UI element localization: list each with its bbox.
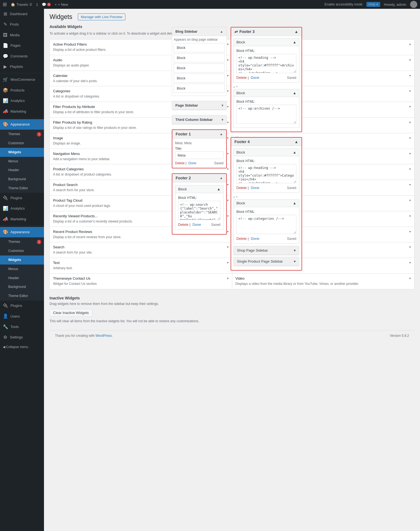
submenu-theme-editor1[interactable]: Theme Editor [0,184,44,193]
footer3-title: Footer 3 [239,29,294,34]
appearance-submenu: Themes 1 Customize Widgets Menus Header … [0,130,44,193]
sidebar-item-marketing2[interactable]: 📣 Marketing [0,214,44,224]
submenu-menus2[interactable]: Menus [0,265,44,274]
blog-sidebar-toggle[interactable]: ▲ [220,30,223,34]
sidebar-item-analytics1[interactable]: 📊 Analytics [0,96,44,106]
third-column-toggle[interactable]: ▾ [222,118,223,122]
submenu-background2[interactable]: Background [0,282,44,291]
page-sidebar-toggle[interactable]: ▾ [222,104,223,107]
footer3-done1[interactable]: Done [251,76,259,80]
expand-icon[interactable]: ▾ [409,277,411,280]
submenu-themes1[interactable]: Themes 1 [0,130,44,139]
footer1-done[interactable]: Done [188,161,196,165]
footer2-done[interactable]: Done [192,223,201,227]
footer3-block2-toggle[interactable]: ▲ [293,91,296,95]
manage-live-preview-button[interactable]: Manage with Live Preview [78,13,125,20]
submenu-widgets2[interactable]: Widgets [0,255,44,265]
accessibility-link[interactable]: Enable accessibility mode [325,2,363,6]
footer4-toggle[interactable]: ▲ [294,140,298,144]
third-column-sidebar-area: Third Column Sidebar ▾ [172,115,227,124]
pages-icon: 📄 [3,43,8,49]
footer4-html2-input[interactable] [236,215,296,234]
help-button[interactable]: Help ▾ [366,2,380,7]
footer1-toggle[interactable]: ▲ [220,132,223,136]
wp-logo-icon[interactable]: ⊞ [3,1,7,7]
blog-block-5: Block [174,84,225,93]
submenu-header1[interactable]: Header [0,166,44,175]
footer-thank-you: Thank you for creating with [55,334,95,338]
settings-icon: ⚙ [3,334,8,340]
site-name-link[interactable]: 🏠 Travels ☰ [11,2,32,7]
footer4-delete2[interactable]: Delete [236,237,247,241]
footer3-delete1[interactable]: Delete [236,76,247,80]
blog-sidebar-area: Blog Sidebar ▲ Appears on blog page side… [172,27,227,96]
footer1-delete[interactable]: Delete [175,161,185,165]
sidebar-item-plugins2[interactable]: 🔌 Plugins [0,301,44,311]
footer3-block1-toggle[interactable]: ▲ [293,40,296,44]
sidebar-item-products[interactable]: 📦 Products [0,85,44,96]
submenu-customize1[interactable]: Customize [0,139,44,148]
submenu-widgets1[interactable]: Widgets [0,148,44,157]
single-product-toggle[interactable]: ▾ [294,259,296,263]
sidebar-item-analytics2[interactable]: 📊 Analytics [0,203,44,214]
footer2-block-toggle[interactable]: ▲ [217,187,220,191]
sidebar-item-comments[interactable]: 💬 Comments [0,51,44,62]
sidebar-item-posts[interactable]: ✎ Posts [0,19,44,30]
footer3-toggle[interactable]: ▲ [294,29,298,34]
sidebar-item-users[interactable]: 👤 Users [0,311,44,321]
footer3-drag-handle[interactable]: ▴▾ [233,84,299,89]
footer2-saved: Saved [211,223,220,227]
submenu-themes2[interactable]: Themes 1 [0,237,44,246]
footer3-block2-label: Block [236,91,245,95]
sidebar-item-playlists[interactable]: ▶ Playlists [0,62,44,72]
footer4-delete1[interactable]: Delete [236,186,247,190]
shop-sidebar-toggle[interactable]: ▾ [294,248,296,252]
sidebar-item-media[interactable]: 🖼 Media [0,30,44,40]
media-icon: 🖼 [3,32,8,38]
sidebar-item-tools[interactable]: 🔧 Tools [0,322,44,332]
footer4-saved1: Saved [287,186,296,190]
clear-inactive-button[interactable]: Clear Inactive Widgets [49,309,92,316]
user-avatar[interactable] [410,1,417,8]
submenu-menus1[interactable]: Menus [0,157,44,166]
sidebar-item-woocommerce[interactable]: 🛒 WooCommerce [0,74,44,85]
sidebar-item-settings[interactable]: ⚙ Settings [0,332,44,343]
footer1-title-input[interactable] [175,151,223,159]
footer4-block1-toggle[interactable]: ▲ [293,150,296,154]
sidebar-item-marketing1[interactable]: 📣 Marketing [0,106,44,117]
expand-icon[interactable]: ▾ [227,277,229,280]
footer4-block2-toggle[interactable]: ▲ [293,201,296,205]
footer3-html1-input[interactable] [236,54,296,73]
sidebar-item-plugins1[interactable]: 🔌 Plugins [0,193,44,203]
submenu-theme-editor2[interactable]: Theme Editor [0,291,44,301]
submenu-customize2[interactable]: Customize [0,246,44,255]
submenu-header2[interactable]: Header [0,274,44,283]
sidebar-item-dashboard[interactable]: ⊞ Dashboard [0,9,44,19]
footer4-done1[interactable]: Done [251,186,259,190]
shop-sidebar-area: Shop Page Sidebar ▾ [233,246,299,255]
footer4-drag-handle[interactable]: ▴▾ [233,194,299,199]
widget-themeseye-contact[interactable]: Themeseye Contact Us ▾ Widget for Contac… [50,274,232,289]
inactive-widgets-desc: Drag widgets here to remove them from th… [49,302,415,306]
footer4-block2: Block ▲ Block HTML: Delete [233,199,299,244]
footer4-html1-input[interactable] [236,164,296,183]
sidebar-item-pages[interactable]: 📄 Pages [0,40,44,51]
footer1-area: Footer 1 ▲ Meta: Meta Title: [172,129,227,168]
new-content-link[interactable]: + + New [55,2,68,7]
sidebar-item-appearance1[interactable]: 🎨 Appearance Themes 1 Customize Widgets … [0,119,44,193]
inactive-widgets-section: Inactive Widgets Drag widgets here to re… [49,296,415,324]
footer3-html2-input[interactable] [236,105,296,124]
footer2-html-input[interactable] [178,201,220,220]
comments-link[interactable]: 💬 0 [42,2,51,7]
footer4-done2[interactable]: Done [251,237,259,241]
widget-video[interactable]: Video ▾ Displays a video from the media … [232,274,415,289]
inactive-widgets-title: Inactive Widgets [49,296,415,300]
admin-menu: ⊞ Dashboard ✎ Posts 🖼 Media 📄 Pages 💬 Co… [0,9,44,351]
submenu-background1[interactable]: Background [0,175,44,184]
sidebar-item-appearance2[interactable]: 🎨 Appearance Themes 1 Customize Widgets … [0,227,44,301]
footer2-delete[interactable]: Delete [178,223,189,227]
footer3-drag[interactable]: ▴▾ [234,30,238,34]
footer2-toggle[interactable]: ▲ [220,176,223,180]
sidebar-collapse[interactable]: ◀ Collapse menu [0,343,44,351]
wordpress-link[interactable]: WordPress. [95,334,112,338]
